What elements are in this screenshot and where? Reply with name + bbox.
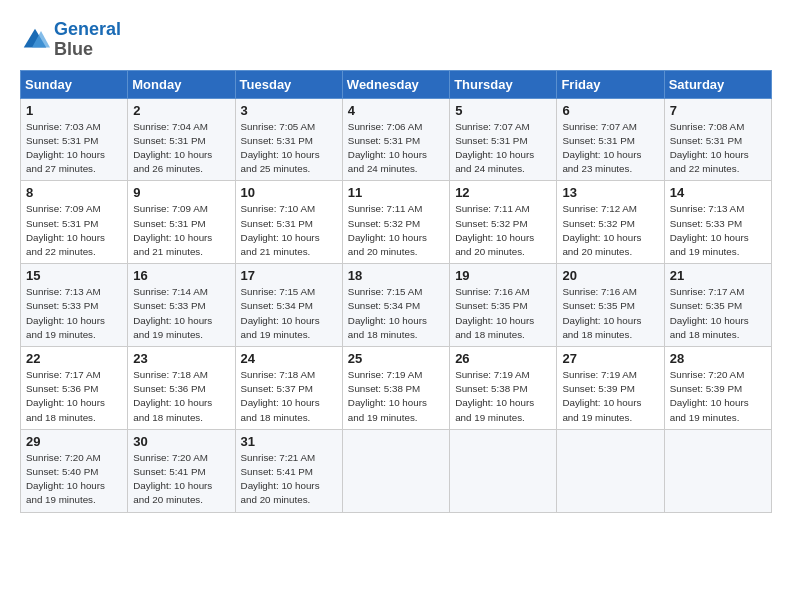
day-info: Sunrise: 7:18 AMSunset: 5:36 PMDaylight:… — [133, 369, 212, 423]
calendar-cell — [557, 429, 664, 512]
day-info: Sunrise: 7:13 AMSunset: 5:33 PMDaylight:… — [26, 286, 105, 340]
day-number: 18 — [348, 268, 444, 283]
day-number: 26 — [455, 351, 551, 366]
calendar-cell: 13 Sunrise: 7:12 AMSunset: 5:32 PMDaylig… — [557, 181, 664, 264]
day-number: 2 — [133, 103, 229, 118]
calendar-cell: 24 Sunrise: 7:18 AMSunset: 5:37 PMDaylig… — [235, 347, 342, 430]
day-info: Sunrise: 7:19 AMSunset: 5:38 PMDaylight:… — [455, 369, 534, 423]
calendar-cell: 18 Sunrise: 7:15 AMSunset: 5:34 PMDaylig… — [342, 264, 449, 347]
day-number: 27 — [562, 351, 658, 366]
day-number: 31 — [241, 434, 337, 449]
logo-icon — [20, 25, 50, 55]
day-number: 14 — [670, 185, 766, 200]
calendar-cell: 26 Sunrise: 7:19 AMSunset: 5:38 PMDaylig… — [450, 347, 557, 430]
day-info: Sunrise: 7:05 AMSunset: 5:31 PMDaylight:… — [241, 121, 320, 175]
calendar-cell: 25 Sunrise: 7:19 AMSunset: 5:38 PMDaylig… — [342, 347, 449, 430]
calendar-cell — [342, 429, 449, 512]
calendar-table: SundayMondayTuesdayWednesdayThursdayFrid… — [20, 70, 772, 513]
calendar-cell — [450, 429, 557, 512]
day-info: Sunrise: 7:11 AMSunset: 5:32 PMDaylight:… — [455, 203, 534, 257]
day-info: Sunrise: 7:10 AMSunset: 5:31 PMDaylight:… — [241, 203, 320, 257]
day-number: 20 — [562, 268, 658, 283]
day-info: Sunrise: 7:19 AMSunset: 5:39 PMDaylight:… — [562, 369, 641, 423]
day-number: 30 — [133, 434, 229, 449]
calendar-cell: 4 Sunrise: 7:06 AMSunset: 5:31 PMDayligh… — [342, 98, 449, 181]
col-header-sunday: Sunday — [21, 70, 128, 98]
calendar-cell: 23 Sunrise: 7:18 AMSunset: 5:36 PMDaylig… — [128, 347, 235, 430]
calendar-week-2: 8 Sunrise: 7:09 AMSunset: 5:31 PMDayligh… — [21, 181, 772, 264]
logo-text: GeneralBlue — [54, 20, 121, 60]
calendar-cell: 27 Sunrise: 7:19 AMSunset: 5:39 PMDaylig… — [557, 347, 664, 430]
col-header-thursday: Thursday — [450, 70, 557, 98]
day-number: 12 — [455, 185, 551, 200]
day-info: Sunrise: 7:16 AMSunset: 5:35 PMDaylight:… — [562, 286, 641, 340]
day-info: Sunrise: 7:20 AMSunset: 5:41 PMDaylight:… — [133, 452, 212, 506]
day-number: 17 — [241, 268, 337, 283]
col-header-monday: Monday — [128, 70, 235, 98]
calendar-cell: 15 Sunrise: 7:13 AMSunset: 5:33 PMDaylig… — [21, 264, 128, 347]
calendar-cell: 9 Sunrise: 7:09 AMSunset: 5:31 PMDayligh… — [128, 181, 235, 264]
calendar-cell: 6 Sunrise: 7:07 AMSunset: 5:31 PMDayligh… — [557, 98, 664, 181]
col-header-wednesday: Wednesday — [342, 70, 449, 98]
day-number: 23 — [133, 351, 229, 366]
calendar-cell: 30 Sunrise: 7:20 AMSunset: 5:41 PMDaylig… — [128, 429, 235, 512]
day-number: 10 — [241, 185, 337, 200]
day-info: Sunrise: 7:06 AMSunset: 5:31 PMDaylight:… — [348, 121, 427, 175]
day-number: 5 — [455, 103, 551, 118]
day-number: 21 — [670, 268, 766, 283]
calendar-week-4: 22 Sunrise: 7:17 AMSunset: 5:36 PMDaylig… — [21, 347, 772, 430]
calendar-cell: 10 Sunrise: 7:10 AMSunset: 5:31 PMDaylig… — [235, 181, 342, 264]
calendar-cell: 11 Sunrise: 7:11 AMSunset: 5:32 PMDaylig… — [342, 181, 449, 264]
calendar-cell: 7 Sunrise: 7:08 AMSunset: 5:31 PMDayligh… — [664, 98, 771, 181]
calendar-week-1: 1 Sunrise: 7:03 AMSunset: 5:31 PMDayligh… — [21, 98, 772, 181]
day-number: 29 — [26, 434, 122, 449]
calendar-cell: 29 Sunrise: 7:20 AMSunset: 5:40 PMDaylig… — [21, 429, 128, 512]
calendar-cell: 31 Sunrise: 7:21 AMSunset: 5:41 PMDaylig… — [235, 429, 342, 512]
day-info: Sunrise: 7:07 AMSunset: 5:31 PMDaylight:… — [455, 121, 534, 175]
day-info: Sunrise: 7:08 AMSunset: 5:31 PMDaylight:… — [670, 121, 749, 175]
calendar-cell — [664, 429, 771, 512]
logo: GeneralBlue — [20, 20, 121, 60]
day-info: Sunrise: 7:17 AMSunset: 5:36 PMDaylight:… — [26, 369, 105, 423]
calendar-week-5: 29 Sunrise: 7:20 AMSunset: 5:40 PMDaylig… — [21, 429, 772, 512]
day-number: 22 — [26, 351, 122, 366]
day-number: 16 — [133, 268, 229, 283]
day-info: Sunrise: 7:19 AMSunset: 5:38 PMDaylight:… — [348, 369, 427, 423]
calendar-cell: 8 Sunrise: 7:09 AMSunset: 5:31 PMDayligh… — [21, 181, 128, 264]
day-info: Sunrise: 7:17 AMSunset: 5:35 PMDaylight:… — [670, 286, 749, 340]
day-info: Sunrise: 7:21 AMSunset: 5:41 PMDaylight:… — [241, 452, 320, 506]
day-info: Sunrise: 7:09 AMSunset: 5:31 PMDaylight:… — [26, 203, 105, 257]
calendar-cell: 19 Sunrise: 7:16 AMSunset: 5:35 PMDaylig… — [450, 264, 557, 347]
calendar-cell: 21 Sunrise: 7:17 AMSunset: 5:35 PMDaylig… — [664, 264, 771, 347]
day-info: Sunrise: 7:14 AMSunset: 5:33 PMDaylight:… — [133, 286, 212, 340]
col-header-tuesday: Tuesday — [235, 70, 342, 98]
day-number: 13 — [562, 185, 658, 200]
day-number: 3 — [241, 103, 337, 118]
day-number: 25 — [348, 351, 444, 366]
calendar-cell: 14 Sunrise: 7:13 AMSunset: 5:33 PMDaylig… — [664, 181, 771, 264]
calendar-cell: 3 Sunrise: 7:05 AMSunset: 5:31 PMDayligh… — [235, 98, 342, 181]
calendar-cell: 12 Sunrise: 7:11 AMSunset: 5:32 PMDaylig… — [450, 181, 557, 264]
day-info: Sunrise: 7:20 AMSunset: 5:40 PMDaylight:… — [26, 452, 105, 506]
day-info: Sunrise: 7:11 AMSunset: 5:32 PMDaylight:… — [348, 203, 427, 257]
day-number: 6 — [562, 103, 658, 118]
calendar-cell: 2 Sunrise: 7:04 AMSunset: 5:31 PMDayligh… — [128, 98, 235, 181]
day-info: Sunrise: 7:16 AMSunset: 5:35 PMDaylight:… — [455, 286, 534, 340]
day-number: 7 — [670, 103, 766, 118]
day-info: Sunrise: 7:07 AMSunset: 5:31 PMDaylight:… — [562, 121, 641, 175]
calendar-cell: 16 Sunrise: 7:14 AMSunset: 5:33 PMDaylig… — [128, 264, 235, 347]
day-info: Sunrise: 7:18 AMSunset: 5:37 PMDaylight:… — [241, 369, 320, 423]
day-number: 15 — [26, 268, 122, 283]
day-number: 11 — [348, 185, 444, 200]
day-info: Sunrise: 7:09 AMSunset: 5:31 PMDaylight:… — [133, 203, 212, 257]
day-info: Sunrise: 7:13 AMSunset: 5:33 PMDaylight:… — [670, 203, 749, 257]
day-info: Sunrise: 7:15 AMSunset: 5:34 PMDaylight:… — [241, 286, 320, 340]
day-number: 1 — [26, 103, 122, 118]
calendar-cell: 17 Sunrise: 7:15 AMSunset: 5:34 PMDaylig… — [235, 264, 342, 347]
calendar-cell: 1 Sunrise: 7:03 AMSunset: 5:31 PMDayligh… — [21, 98, 128, 181]
day-info: Sunrise: 7:04 AMSunset: 5:31 PMDaylight:… — [133, 121, 212, 175]
day-info: Sunrise: 7:12 AMSunset: 5:32 PMDaylight:… — [562, 203, 641, 257]
day-number: 24 — [241, 351, 337, 366]
calendar-cell: 20 Sunrise: 7:16 AMSunset: 5:35 PMDaylig… — [557, 264, 664, 347]
day-info: Sunrise: 7:03 AMSunset: 5:31 PMDaylight:… — [26, 121, 105, 175]
